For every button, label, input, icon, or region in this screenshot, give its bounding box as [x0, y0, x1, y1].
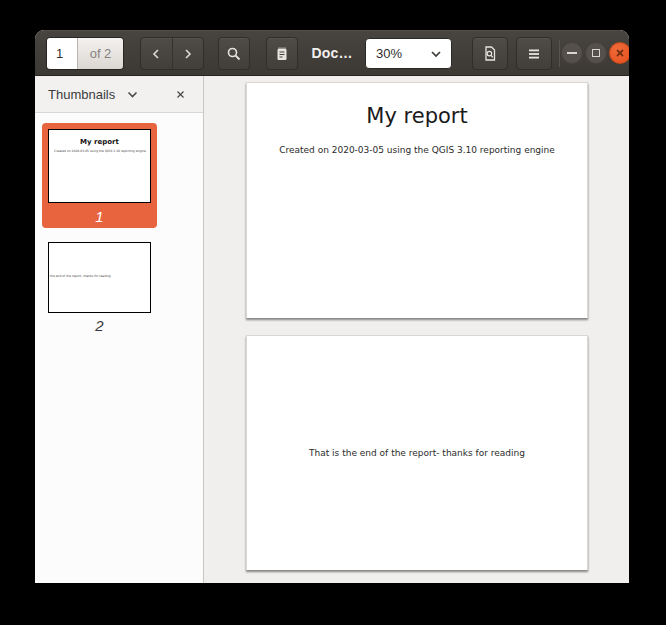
close-button[interactable] [609, 42, 629, 64]
thumb-page-body: That is the end of the report- thanks fo… [48, 274, 112, 278]
minimize-icon [567, 52, 577, 54]
sidebar-mode-label: Thumbnails [48, 87, 115, 102]
maximize-icon [592, 49, 600, 57]
zoom-level-value: 30% [366, 46, 430, 61]
headerbar-separator [559, 40, 560, 67]
page-number-group: of 2 [46, 37, 124, 70]
thumbnail-page-number: 1 [42, 208, 157, 225]
thumb-page-title: My report [49, 138, 150, 146]
sidebar-close-button[interactable] [167, 76, 193, 113]
close-icon [615, 48, 625, 58]
history-nav-group [140, 37, 204, 70]
annotations-button[interactable] [266, 37, 298, 70]
thumbnail-page-number: 2 [42, 317, 157, 334]
close-sidebar-icon [176, 90, 185, 99]
report-subtitle: Created on 2020-03-05 using the QGIS 3.1… [247, 145, 587, 155]
document-page-2: That is the end of the report- thanks fo… [246, 335, 588, 570]
page-count-label: of 2 [77, 38, 123, 69]
report-closing-text: That is the end of the report- thanks fo… [309, 448, 525, 458]
notepad-icon [274, 46, 290, 62]
chevron-right-icon [183, 48, 193, 60]
thumbnail-page-preview: My report Created on 2020-03-05 using th… [48, 129, 151, 203]
menu-button[interactable] [516, 37, 552, 70]
search-icon [226, 46, 242, 62]
back-button[interactable] [141, 38, 172, 69]
forward-button[interactable] [172, 38, 203, 69]
document-scroll-area[interactable]: My report Created on 2020-03-05 using th… [204, 76, 629, 583]
page-number-input[interactable] [47, 38, 77, 69]
thumb-page-subtitle: Created on 2020-03-05 using the QGIS 3.1… [49, 149, 150, 153]
maximize-button[interactable] [585, 42, 607, 64]
thumbnail-item-2[interactable]: That is the end of the report- thanks fo… [42, 239, 157, 331]
document-page-1: My report Created on 2020-03-05 using th… [246, 82, 588, 318]
report-title: My report [247, 104, 587, 128]
window-title: Doc… [307, 30, 357, 76]
minimize-button[interactable] [561, 42, 583, 64]
header-bar: of 2 [35, 30, 629, 76]
window-content: Thumbnails My report Created on 2020-03-… [35, 76, 629, 583]
zoom-level-dropdown[interactable]: 30% [365, 38, 452, 69]
chevron-down-icon [430, 50, 442, 58]
page-view-button[interactable] [472, 37, 508, 70]
thumbnail-list: My report Created on 2020-03-05 using th… [35, 113, 203, 583]
search-button[interactable] [218, 37, 250, 70]
thumbnail-page-preview: That is the end of the report- thanks fo… [48, 242, 151, 313]
thumbnail-item-1-selected[interactable]: My report Created on 2020-03-05 using th… [42, 123, 157, 228]
sidebar-mode-dropdown-icon[interactable] [127, 91, 138, 98]
page-magnifier-icon [482, 45, 498, 63]
hamburger-icon [527, 48, 541, 60]
chevron-left-icon [151, 48, 161, 60]
thumbnails-sidebar: Thumbnails My report Created on 2020-03-… [35, 76, 204, 583]
sidebar-header: Thumbnails [35, 76, 203, 113]
document-viewer-window: of 2 [35, 30, 629, 583]
